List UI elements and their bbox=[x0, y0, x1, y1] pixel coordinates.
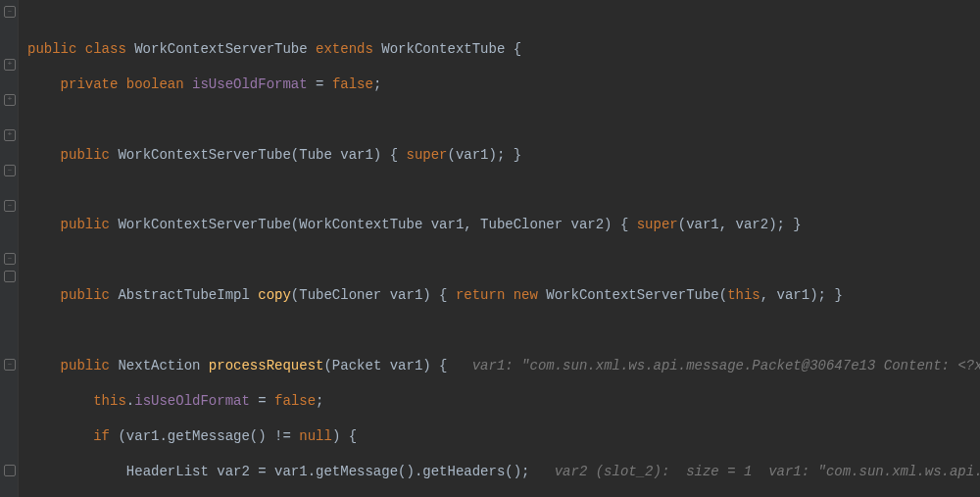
fold-toggle[interactable]: + bbox=[4, 59, 16, 71]
fold-toggle[interactable]: + bbox=[4, 94, 16, 106]
fold-toggle[interactable]: – bbox=[4, 359, 16, 371]
fold-toggle[interactable]: – bbox=[4, 165, 16, 176]
code-line: public WorkContextServerTube(WorkContext… bbox=[27, 217, 980, 234]
blank-line bbox=[27, 323, 980, 340]
code-line: if (var1.getMessage() != null) { bbox=[27, 428, 980, 446]
code-line: public WorkContextServerTube(Tube var1) … bbox=[27, 147, 980, 165]
fold-toggle[interactable]: + bbox=[4, 129, 16, 141]
fold-toggle[interactable]: – bbox=[4, 253, 16, 265]
blank-line bbox=[27, 252, 980, 270]
blank-line bbox=[27, 112, 980, 129]
inline-debug-hint: var1: "com.sun.xml.ws.api.message.Packet… bbox=[472, 358, 980, 373]
blank-line bbox=[27, 181, 980, 199]
fold-toggle[interactable] bbox=[4, 271, 16, 282]
code-line: this.isUseOldFormat = false; bbox=[27, 393, 980, 411]
code-line: public class WorkContextServerTube exten… bbox=[27, 41, 980, 59]
fold-toggle[interactable]: – bbox=[4, 200, 16, 212]
fold-toggle[interactable] bbox=[4, 465, 16, 476]
gutter: –+++––– – bbox=[0, 0, 19, 497]
code-editor[interactable]: public class WorkContextServerTube exten… bbox=[18, 0, 980, 497]
code-line: HeaderList var2 = var1.getMessage().getH… bbox=[27, 464, 980, 481]
inline-debug-hint: var2 (slot_2): size = 1 var1: "com.sun.x… bbox=[555, 464, 980, 479]
code-line: public AbstractTubeImpl copy(TubeCloner … bbox=[27, 287, 980, 305]
code-line: private boolean isUseOldFormat = false; bbox=[27, 76, 980, 94]
code-line: public NextAction processRequest(Packet … bbox=[27, 358, 980, 375]
fold-toggle[interactable]: – bbox=[4, 6, 16, 18]
